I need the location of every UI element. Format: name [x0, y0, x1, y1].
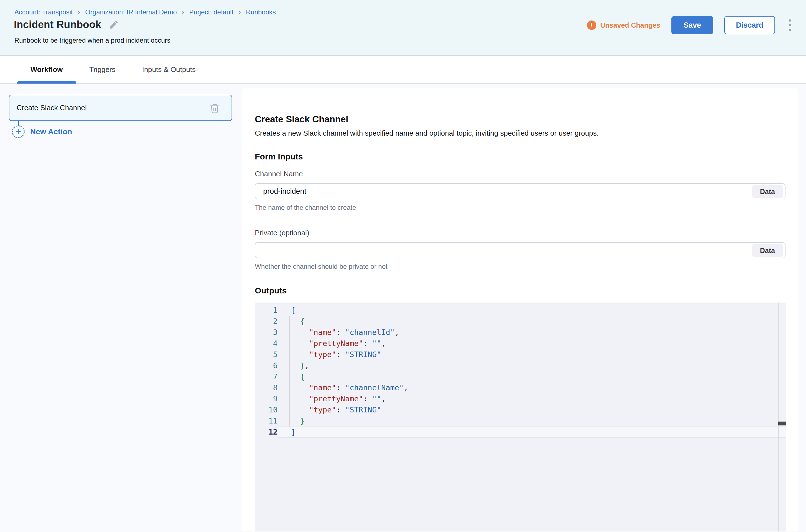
tab-triggers[interactable]: Triggers — [76, 56, 129, 83]
private-data-button[interactable]: Data — [752, 244, 783, 257]
outputs-code-editor[interactable]: 1[2 {3 "name": "channelId",4 "prettyName… — [255, 303, 786, 531]
code-line-4: 4 "prettyName": "", — [255, 338, 786, 349]
channel-name-input-wrap: Data — [255, 183, 786, 199]
breadcrumb-link[interactable]: Organization: IR Internal Demo — [85, 8, 177, 16]
code-line-8: 8 "name": "channelName", — [255, 382, 786, 393]
code-text: "name": "channelId", — [277, 327, 786, 338]
new-action-label: New Action — [30, 127, 72, 136]
code-text: "name": "channelName", — [277, 382, 786, 393]
code-line-1: 1[ — [255, 305, 786, 316]
warning-icon: ! — [587, 20, 596, 30]
save-button[interactable]: Save — [672, 16, 713, 34]
page-subtitle: Runbook to be triggered when a prod inci… — [14, 37, 170, 44]
channel-name-label: Channel Name — [255, 170, 786, 178]
line-number: 5 — [255, 349, 277, 360]
editor-scrollbar-thumb[interactable] — [778, 421, 786, 425]
code-text: { — [277, 371, 786, 382]
code-line-9: 9 "prettyName": "", — [255, 393, 786, 404]
content-area: Create Slack Channel + New Action Create… — [0, 83, 806, 531]
code-text: ] — [277, 426, 786, 438]
line-number: 10 — [255, 404, 277, 416]
code-text: "type": "STRING" — [277, 404, 786, 416]
outputs-heading: Outputs — [255, 286, 786, 295]
discard-button[interactable]: Discard — [724, 16, 775, 34]
code-text: "prettyName": "", — [277, 393, 786, 404]
line-number: 2 — [255, 316, 277, 327]
unsaved-changes-badge: ! Unsaved Changes — [587, 20, 660, 30]
header-controls: ! Unsaved Changes Save Discard — [587, 16, 794, 34]
runbook-editor-page: Account: Transposit›Organization: IR Int… — [0, 0, 806, 532]
breadcrumb-separator: › — [78, 8, 80, 16]
indent-guide-line — [290, 316, 290, 426]
private-input[interactable] — [255, 242, 786, 258]
new-action-button[interactable]: + New Action — [12, 126, 232, 138]
tab-inputs-outputs[interactable]: Inputs & Outputs — [129, 56, 209, 83]
code-line-2: 2 { — [255, 316, 786, 327]
line-number: 3 — [255, 327, 277, 338]
code-line-10: 10 "type": "STRING" — [255, 404, 786, 416]
line-number: 8 — [255, 382, 277, 393]
plus-icon: + — [12, 126, 25, 138]
action-title: Create Slack Channel — [255, 114, 786, 125]
tab-bar: WorkflowTriggersInputs & Outputs — [0, 56, 806, 83]
code-text: } — [277, 416, 786, 426]
edit-title-pencil-icon[interactable] — [109, 19, 119, 30]
private-input-wrap: Data — [255, 242, 786, 258]
code-lines: 1[2 {3 "name": "channelId",4 "prettyName… — [255, 305, 786, 438]
code-text: [ — [277, 305, 786, 316]
channel-name-helper: The name of the channel to create — [255, 204, 786, 211]
code-line-11: 11 } — [255, 416, 786, 426]
breadcrumb-link[interactable]: Runbooks — [246, 8, 276, 16]
unsaved-changes-label: Unsaved Changes — [600, 21, 660, 29]
line-number: 9 — [255, 393, 277, 404]
workflow-sidebar: Create Slack Channel + New Action — [0, 83, 242, 531]
code-line-7: 7 { — [255, 371, 786, 382]
title-row: Incident Runbook — [14, 19, 119, 31]
breadcrumb: Account: Transposit›Organization: IR Int… — [14, 8, 276, 16]
code-line-3: 3 "name": "channelId", — [255, 327, 786, 338]
line-number: 11 — [255, 416, 277, 426]
private-label: Private (optional) — [255, 229, 786, 237]
tab-workflow[interactable]: Workflow — [17, 56, 76, 83]
action-description: Creates a new Slack channel with specifi… — [255, 129, 786, 137]
private-helper: Whether the channel should be private or… — [255, 263, 786, 270]
channel-name-input[interactable] — [255, 183, 786, 199]
code-line-12: 12] — [255, 426, 786, 438]
more-options-kebab-icon[interactable] — [786, 18, 794, 33]
panel-divider — [255, 104, 786, 105]
action-card-create-slack-channel[interactable]: Create Slack Channel — [9, 95, 232, 121]
line-number: 12 — [255, 426, 277, 438]
form-inputs-heading: Form Inputs — [255, 152, 786, 162]
delete-action-trash-icon[interactable] — [209, 103, 220, 114]
code-text: "type": "STRING" — [277, 349, 786, 360]
field-private: Private (optional) Data Whether the chan… — [255, 229, 786, 270]
line-number: 1 — [255, 305, 277, 316]
page-header: Account: Transposit›Organization: IR Int… — [0, 0, 806, 56]
breadcrumb-link[interactable]: Project: default — [189, 8, 234, 16]
code-text: "prettyName": "", — [277, 338, 786, 349]
field-channel-name: Channel Name Data The name of the channe… — [255, 170, 786, 211]
breadcrumb-link[interactable]: Account: Transposit — [14, 8, 73, 16]
main-panel-wrap: Create Slack Channel Creates a new Slack… — [242, 83, 806, 531]
line-number: 7 — [255, 371, 277, 382]
line-number: 6 — [255, 360, 277, 371]
action-detail-panel: Create Slack Channel Creates a new Slack… — [242, 88, 798, 531]
breadcrumb-separator: › — [238, 8, 241, 16]
code-line-6: 6 }, — [255, 360, 786, 371]
code-text: { — [277, 316, 786, 327]
code-line-5: 5 "type": "STRING" — [255, 349, 786, 360]
code-text: }, — [277, 360, 786, 371]
line-number: 4 — [255, 338, 277, 349]
breadcrumb-separator: › — [182, 8, 184, 16]
channel-name-data-button[interactable]: Data — [752, 185, 783, 198]
editor-scrollbar-track — [778, 303, 778, 531]
workflow-connector-line — [18, 121, 19, 126]
action-card-label: Create Slack Channel — [17, 103, 87, 112]
page-title: Incident Runbook — [14, 19, 102, 31]
